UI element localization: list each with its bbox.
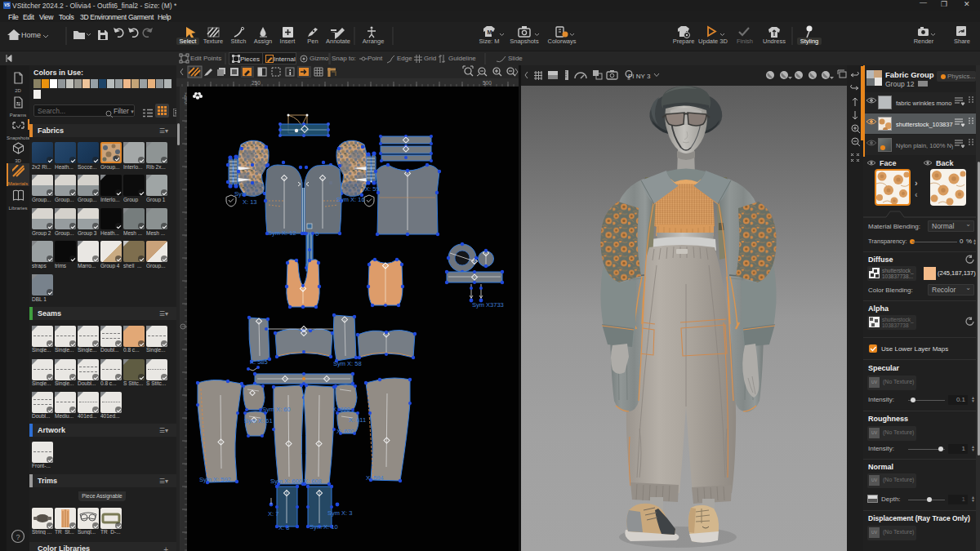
svg-text:Sym X: 61: Sym X: 61 (244, 417, 273, 424)
svg-text:Sym X: 606: Sym X: 606 (270, 478, 302, 485)
svg-text:Sym X: 592: Sym X: 592 (199, 476, 231, 483)
svg-text:X. 585: X. 585 (250, 358, 268, 366)
svg-text:500: 500 (483, 80, 492, 86)
svg-text:Sym X: 3: Sym X: 3 (327, 509, 352, 517)
svg-text:250: 250 (252, 80, 261, 86)
svg-text:Sym X: 12: Sym X: 12 (268, 229, 296, 237)
svg-text:Sym: Sym (234, 190, 247, 198)
svg-text:Sym X: 58: Sym X: 58 (333, 360, 362, 367)
svg-text:X: 7: X: 7 (268, 510, 278, 518)
svg-text:X: 608: X: 608 (304, 478, 322, 485)
svg-text:X: 0: X: 0 (308, 230, 318, 238)
svg-text:X: 59: X: 59 (365, 185, 380, 193)
svg-text:X: 594: X: 594 (366, 474, 384, 482)
svg-text:?: ? (16, 533, 20, 541)
svg-text:X: 600: X: 600 (332, 406, 350, 413)
svg-text:Home: Home (21, 31, 41, 39)
svg-text:X: 611: X: 611 (349, 416, 366, 424)
svg-text:PI NY 3: PI NY 3 (628, 73, 651, 80)
svg-text:Sym X: 60: Sym X: 60 (262, 406, 291, 413)
svg-text:X: 13: X: 13 (243, 198, 257, 206)
svg-text:Sym X3733: Sym X3733 (472, 301, 504, 309)
svg-text:Sym X: 16: Sym X: 16 (336, 196, 365, 203)
svg-text:X: 630: X: 630 (336, 428, 354, 435)
svg-text:X: 8: X: 8 (278, 524, 289, 531)
svg-text:Sym X: 10: Sym X: 10 (310, 523, 338, 531)
